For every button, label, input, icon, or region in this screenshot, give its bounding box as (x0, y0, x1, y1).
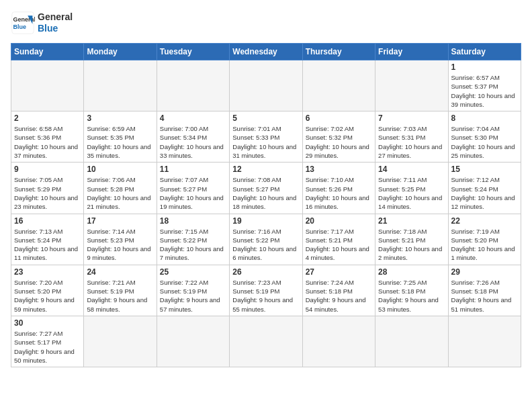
calendar-cell (11, 60, 84, 111)
calendar-cell: 6Sunrise: 7:02 AM Sunset: 5:32 PM Daylig… (302, 111, 375, 163)
calendar-header-row: SundayMondayTuesdayWednesdayThursdayFrid… (11, 44, 521, 60)
calendar-cell (84, 60, 157, 111)
day-number: 23 (14, 267, 81, 277)
day-info: Sunrise: 7:18 AM Sunset: 5:21 PM Dayligh… (378, 227, 445, 263)
calendar-cell (157, 316, 229, 367)
calendar-cell (230, 316, 302, 367)
day-info: Sunrise: 7:08 AM Sunset: 5:27 PM Dayligh… (232, 175, 299, 211)
day-number: 17 (87, 216, 153, 226)
day-number: 30 (14, 318, 81, 328)
calendar-week-row: 23Sunrise: 7:20 AM Sunset: 5:20 PM Dayli… (11, 265, 521, 316)
day-info: Sunrise: 7:21 AM Sunset: 5:19 PM Dayligh… (87, 278, 153, 314)
day-info: Sunrise: 7:02 AM Sunset: 5:32 PM Dayligh… (306, 124, 372, 160)
calendar-cell: 2Sunrise: 6:58 AM Sunset: 5:36 PM Daylig… (11, 111, 84, 163)
day-info: Sunrise: 7:01 AM Sunset: 5:33 PM Dayligh… (232, 124, 299, 160)
day-number: 14 (378, 165, 445, 174)
calendar-cell: 17Sunrise: 7:14 AM Sunset: 5:23 PM Dayli… (84, 214, 157, 265)
day-info: Sunrise: 7:22 AM Sunset: 5:19 PM Dayligh… (160, 278, 226, 314)
day-info: Sunrise: 7:13 AM Sunset: 5:24 PM Dayligh… (14, 227, 81, 263)
day-info: Sunrise: 7:15 AM Sunset: 5:22 PM Dayligh… (160, 227, 226, 263)
day-number: 25 (160, 267, 226, 277)
day-number: 7 (378, 113, 445, 123)
calendar-cell: 26Sunrise: 7:23 AM Sunset: 5:19 PM Dayli… (230, 265, 302, 316)
day-info: Sunrise: 6:57 AM Sunset: 5:37 PM Dayligh… (451, 73, 518, 109)
day-info: Sunrise: 7:16 AM Sunset: 5:22 PM Dayligh… (232, 227, 299, 263)
calendar-cell (230, 60, 302, 111)
calendar-cell: 4Sunrise: 7:00 AM Sunset: 5:34 PM Daylig… (157, 111, 229, 163)
calendar-cell: 20Sunrise: 7:17 AM Sunset: 5:21 PM Dayli… (302, 214, 375, 265)
day-info: Sunrise: 7:17 AM Sunset: 5:21 PM Dayligh… (306, 227, 372, 263)
calendar-cell (375, 60, 448, 111)
day-info: Sunrise: 6:58 AM Sunset: 5:36 PM Dayligh… (14, 124, 81, 160)
day-info: Sunrise: 7:20 AM Sunset: 5:20 PM Dayligh… (14, 278, 81, 314)
day-number: 24 (87, 267, 153, 277)
day-info: Sunrise: 7:19 AM Sunset: 5:20 PM Dayligh… (451, 227, 518, 263)
day-info: Sunrise: 7:10 AM Sunset: 5:26 PM Dayligh… (306, 175, 372, 211)
calendar-cell: 23Sunrise: 7:20 AM Sunset: 5:20 PM Dayli… (11, 265, 84, 316)
calendar-cell: 10Sunrise: 7:06 AM Sunset: 5:28 PM Dayli… (84, 163, 157, 214)
calendar-week-row: 30Sunrise: 7:27 AM Sunset: 5:17 PM Dayli… (11, 316, 521, 367)
column-header-saturday: Saturday (448, 44, 521, 60)
column-header-friday: Friday (375, 44, 448, 60)
logo-general: General (38, 11, 73, 23)
calendar-cell: 11Sunrise: 7:07 AM Sunset: 5:27 PM Dayli… (157, 163, 229, 214)
calendar-week-row: 9Sunrise: 7:05 AM Sunset: 5:29 PM Daylig… (11, 163, 521, 214)
svg-text:Blue: Blue (13, 24, 27, 30)
day-info: Sunrise: 7:05 AM Sunset: 5:29 PM Dayligh… (14, 175, 81, 211)
calendar-cell: 18Sunrise: 7:15 AM Sunset: 5:22 PM Dayli… (157, 214, 229, 265)
calendar-cell: 16Sunrise: 7:13 AM Sunset: 5:24 PM Dayli… (11, 214, 84, 265)
calendar-cell: 24Sunrise: 7:21 AM Sunset: 5:19 PM Dayli… (84, 265, 157, 316)
day-number: 8 (451, 113, 518, 123)
day-info: Sunrise: 7:26 AM Sunset: 5:18 PM Dayligh… (451, 278, 518, 314)
calendar-cell: 15Sunrise: 7:12 AM Sunset: 5:24 PM Dayli… (448, 163, 521, 214)
calendar-cell: 25Sunrise: 7:22 AM Sunset: 5:19 PM Dayli… (157, 265, 229, 316)
day-number: 12 (232, 165, 299, 174)
day-number: 10 (87, 165, 153, 174)
day-info: Sunrise: 7:04 AM Sunset: 5:30 PM Dayligh… (451, 124, 518, 160)
day-number: 22 (451, 216, 518, 226)
calendar-cell: 8Sunrise: 7:04 AM Sunset: 5:30 PM Daylig… (448, 111, 521, 163)
calendar-cell (302, 316, 375, 367)
day-info: Sunrise: 7:14 AM Sunset: 5:23 PM Dayligh… (87, 227, 153, 263)
day-info: Sunrise: 7:25 AM Sunset: 5:18 PM Dayligh… (378, 278, 445, 314)
header: General Blue General Blue (11, 11, 521, 35)
day-number: 9 (14, 165, 81, 174)
day-number: 20 (306, 216, 372, 226)
day-info: Sunrise: 7:23 AM Sunset: 5:19 PM Dayligh… (232, 278, 299, 314)
calendar-cell: 9Sunrise: 7:05 AM Sunset: 5:29 PM Daylig… (11, 163, 84, 214)
day-info: Sunrise: 7:06 AM Sunset: 5:28 PM Dayligh… (87, 175, 153, 211)
day-info: Sunrise: 7:00 AM Sunset: 5:34 PM Dayligh… (160, 124, 226, 160)
calendar-cell: 12Sunrise: 7:08 AM Sunset: 5:27 PM Dayli… (230, 163, 302, 214)
day-number: 13 (306, 165, 372, 174)
calendar-cell: 19Sunrise: 7:16 AM Sunset: 5:22 PM Dayli… (230, 214, 302, 265)
day-info: Sunrise: 7:03 AM Sunset: 5:31 PM Dayligh… (378, 124, 445, 160)
calendar-table: SundayMondayTuesdayWednesdayThursdayFrid… (11, 43, 521, 367)
day-number: 2 (14, 113, 81, 123)
day-info: Sunrise: 7:12 AM Sunset: 5:24 PM Dayligh… (451, 175, 518, 211)
day-number: 19 (232, 216, 299, 226)
logo: General Blue General Blue (11, 11, 73, 35)
calendar-cell: 7Sunrise: 7:03 AM Sunset: 5:31 PM Daylig… (375, 111, 448, 163)
day-number: 5 (232, 113, 299, 123)
day-number: 18 (160, 216, 226, 226)
day-info: Sunrise: 7:07 AM Sunset: 5:27 PM Dayligh… (160, 175, 226, 211)
calendar-cell: 3Sunrise: 6:59 AM Sunset: 5:35 PM Daylig… (84, 111, 157, 163)
day-number: 4 (160, 113, 226, 123)
calendar-week-row: 1Sunrise: 6:57 AM Sunset: 5:37 PM Daylig… (11, 60, 521, 111)
calendar-cell (157, 60, 229, 111)
calendar-cell (448, 316, 521, 367)
page: General Blue General Blue SundayMondayTu… (0, 0, 532, 373)
day-number: 15 (451, 165, 518, 174)
calendar-cell (84, 316, 157, 367)
day-number: 27 (306, 267, 372, 277)
day-info: Sunrise: 6:59 AM Sunset: 5:35 PM Dayligh… (87, 124, 153, 160)
day-number: 21 (378, 216, 445, 226)
calendar-cell (302, 60, 375, 111)
column-header-monday: Monday (84, 44, 157, 60)
logo-blue: Blue (38, 23, 73, 34)
day-number: 6 (306, 113, 372, 123)
logo-icon: General Blue (11, 11, 35, 35)
column-header-sunday: Sunday (11, 44, 84, 60)
day-number: 28 (378, 267, 445, 277)
day-number: 11 (160, 165, 226, 174)
